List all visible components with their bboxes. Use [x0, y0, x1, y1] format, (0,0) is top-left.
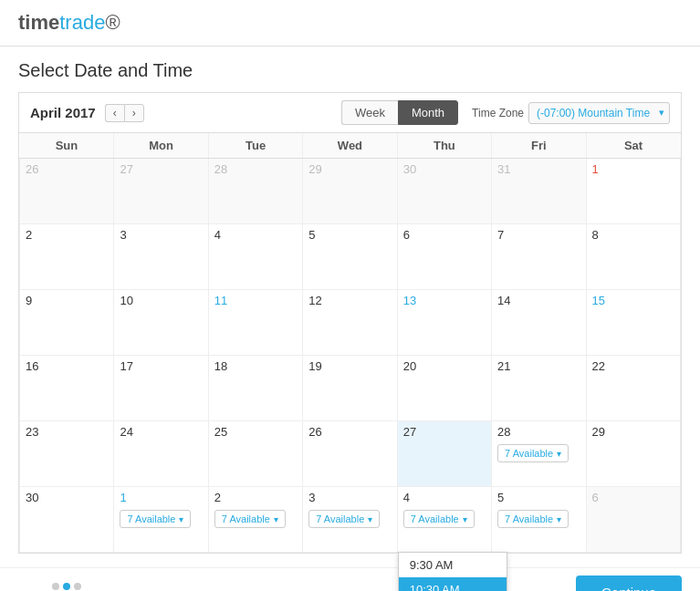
calendar-cell: 15	[586, 290, 680, 356]
time-option-1030[interactable]: 10:30 AM	[399, 577, 507, 591]
dot-1	[52, 583, 59, 590]
calendar-container: April 2017 ‹ › Week Month Time Zone (-07…	[18, 92, 682, 554]
calendar-toolbar: April 2017 ‹ › Week Month Time Zone (-07…	[19, 93, 681, 133]
calendar-cell: 30	[397, 159, 491, 224]
day-number: 5	[308, 228, 391, 242]
calendar-cell: 6	[586, 487, 680, 553]
day-number: 28	[497, 425, 580, 439]
dots-indicator	[52, 583, 81, 590]
day-number: 24	[120, 425, 202, 439]
day-number: 6	[592, 491, 674, 504]
calendar-cell: 5 7 Available ▾	[492, 487, 586, 553]
day-number: 12	[308, 294, 391, 307]
calendar-row: 2 3 4 5 6 7 8	[20, 224, 681, 290]
calendar-cell: 8	[586, 224, 680, 290]
dropdown-arrow-icon: ▾	[463, 514, 467, 524]
day-number: 2	[214, 491, 297, 504]
calendar-cell-highlighted: 27	[397, 421, 491, 487]
day-number: 8	[592, 228, 674, 242]
calendar-cell: 7	[492, 224, 586, 290]
day-number: 25	[214, 425, 297, 439]
calendar-cell: 22	[586, 356, 680, 421]
calendar-row-last: 30 1 7 Available ▾ 2 7 Available ▾ 3 7 A…	[20, 487, 681, 553]
day-number: 7	[497, 228, 580, 242]
dropdown-arrow-icon: ▾	[368, 514, 372, 524]
header-bar: timetrade®	[0, 0, 700, 47]
dropdown-arrow-icon: ▾	[557, 449, 561, 459]
day-number: 5	[497, 491, 580, 504]
calendar-cell-dropdown-open: 4 7 Available ▾ 9:30 AM 10:30 AM 11:30 A…	[397, 487, 491, 553]
dropdown-arrow-icon: ▾	[274, 514, 278, 524]
calendar-cell: 1	[586, 159, 680, 224]
day-number: 1	[120, 491, 202, 504]
calendar-cell: 9	[20, 290, 114, 356]
calendar-cell: 14	[492, 290, 586, 356]
calendar-cell: 29	[586, 421, 680, 487]
calendar-row: 9 10 11 12 13 14 15	[20, 290, 681, 356]
footer-bar: powered by timetrade Continue	[0, 567, 700, 591]
day-number: 27	[120, 162, 202, 176]
time-option-930[interactable]: 9:30 AM	[399, 553, 507, 577]
day-number: 23	[26, 425, 108, 439]
dot-3	[74, 583, 81, 590]
col-sat: Sat	[586, 133, 680, 159]
calendar-cell: 26	[303, 421, 397, 487]
timezone-select[interactable]: (-07:00) Mountain Time	[528, 102, 670, 124]
available-button-may5[interactable]: 7 Available ▾	[497, 510, 569, 528]
day-number: 13	[403, 294, 486, 307]
day-number: 3	[308, 491, 391, 504]
calendar-cell: 27	[114, 159, 208, 224]
col-mon: Mon	[114, 133, 208, 159]
day-number: 4	[403, 491, 486, 504]
day-number: 15	[592, 294, 674, 307]
day-number: 16	[26, 359, 108, 373]
day-number: 26	[26, 162, 108, 176]
day-number: 21	[497, 359, 580, 373]
calendar-cell: 20	[397, 356, 491, 421]
day-number: 19	[308, 359, 391, 373]
calendar-grid: Sun Mon Tue Wed Thu Fri Sat 26 27 28 29 …	[19, 133, 681, 553]
day-number: 14	[497, 294, 580, 307]
view-group: Week Month	[341, 100, 458, 125]
continue-button[interactable]: Continue	[576, 575, 682, 591]
day-number: 22	[592, 359, 674, 373]
calendar-cell: 6	[397, 224, 491, 290]
available-button-may4[interactable]: 7 Available ▾	[403, 510, 475, 528]
day-number: 29	[308, 162, 391, 176]
available-button-may2[interactable]: 7 Available ▾	[214, 510, 286, 528]
calendar-cell: 12	[303, 290, 397, 356]
calendar-row: 26 27 28 29 30 31 1	[20, 159, 681, 224]
week-view-button[interactable]: Week	[341, 100, 398, 125]
dropdown-arrow-icon: ▾	[557, 514, 561, 524]
calendar-cell: 1 7 Available ▾	[114, 487, 208, 553]
calendar-cell: 4	[208, 224, 302, 290]
calendar-cell: 29	[303, 159, 397, 224]
month-year-label: April 2017	[30, 105, 96, 120]
calendar-cell: 19	[303, 356, 397, 421]
day-number: 30	[26, 491, 108, 504]
powered-by: powered by timetrade	[18, 583, 115, 592]
next-month-button[interactable]: ›	[124, 104, 144, 122]
calendar-cell: 25	[208, 421, 302, 487]
day-number: 30	[403, 162, 486, 176]
calendar-cell: 5	[303, 224, 397, 290]
day-number: 2	[26, 228, 108, 242]
month-view-button[interactable]: Month	[398, 100, 458, 125]
available-button-may3[interactable]: 7 Available ▾	[308, 510, 380, 528]
day-number: 31	[497, 162, 580, 176]
day-number: 4	[214, 228, 297, 242]
day-number: 17	[120, 359, 202, 373]
dot-2	[63, 583, 70, 590]
prev-month-button[interactable]: ‹	[105, 104, 124, 122]
available-button-28[interactable]: 7 Available ▾	[497, 444, 569, 462]
logo: timetrade®	[18, 11, 120, 34]
available-button-may1[interactable]: 7 Available ▾	[120, 510, 191, 528]
calendar-cell: 13	[397, 290, 491, 356]
day-number: 10	[120, 294, 202, 307]
day-number: 27	[403, 425, 486, 439]
timezone-label: Time Zone	[472, 107, 524, 119]
col-wed: Wed	[303, 133, 397, 159]
day-number: 29	[592, 425, 674, 439]
logo-time: time	[18, 11, 59, 34]
day-number: 1	[592, 162, 674, 176]
